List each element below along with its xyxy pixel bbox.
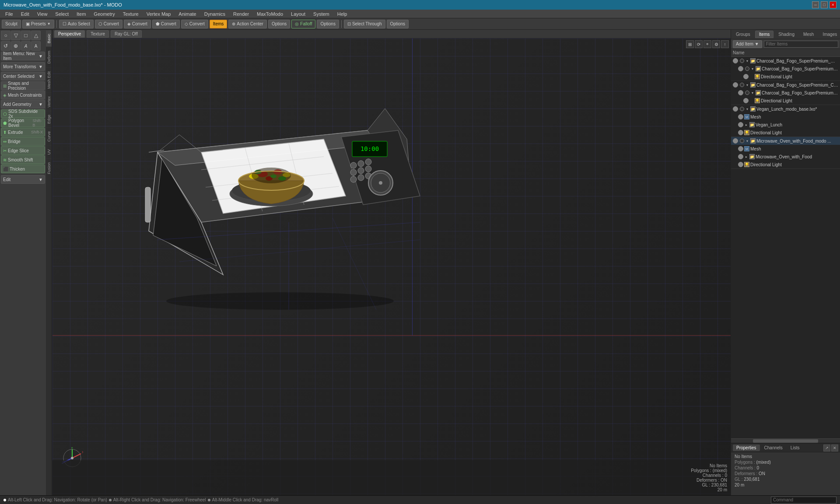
options-btn2[interactable]: Options (317, 20, 339, 28)
tool-text2[interactable]: A (31, 41, 41, 51)
item-directional-1[interactable]: ▸ 💡 Directional Light (731, 73, 840, 80)
item-directional-3[interactable]: 💡 Directional Light (731, 129, 840, 136)
close-button[interactable]: ✕ (830, 1, 836, 8)
menu-maxtomodo[interactable]: MaxToModo (253, 10, 287, 18)
vis-inner-4[interactable] (740, 139, 744, 143)
tool-move[interactable]: ⊕ (11, 41, 21, 51)
menu-vertexmap[interactable]: Vertex Map (143, 10, 175, 18)
item-directional-4[interactable]: 💡 Directional Light (731, 161, 840, 168)
visibility-4b[interactable] (738, 154, 743, 159)
add-geometry-dropdown[interactable]: Add Geometry ▼ (1, 100, 45, 108)
minimize-button[interactable]: ─ (812, 1, 819, 8)
menu-animate[interactable]: Animate (175, 10, 200, 18)
vp-tab-texture[interactable]: Texture (87, 30, 109, 38)
items-list[interactable]: ▾ 📁 Charcoal_Bag_Fogo_SuperPremium_Open … (731, 57, 840, 438)
tool-rect[interactable]: □ (21, 31, 31, 40)
bottom-expand-icon[interactable]: ↗ (823, 444, 830, 452)
tab-channels[interactable]: Channels (761, 444, 786, 451)
vis-inner-2[interactable] (740, 83, 744, 87)
expand-4b[interactable]: ▸ (744, 154, 749, 159)
options-btn1[interactable]: Options (268, 20, 290, 28)
tool-tri-up[interactable]: △ (31, 31, 41, 40)
add-item-button[interactable]: Add Item ▼ (733, 40, 762, 48)
convert-btn4[interactable]: ◇ Convert (181, 20, 208, 28)
expand-4[interactable]: ▾ (745, 139, 749, 143)
vtab-basic[interactable]: Basic (46, 30, 52, 47)
expand-3[interactable]: ▾ (745, 107, 749, 111)
vis-inner-1[interactable] (740, 59, 744, 63)
items-button[interactable]: Items (210, 20, 227, 28)
item-mesh-4[interactable]: M Mesh (731, 145, 840, 153)
vp-tab-raygl[interactable]: Ray GL: Off (111, 30, 142, 38)
extrude-btn[interactable]: ⬆ Extrude Shift-X (1, 128, 45, 136)
menu-layout[interactable]: Layout (287, 10, 309, 18)
menu-edit[interactable]: Edit (18, 10, 33, 18)
item-charcoal-open[interactable]: ▾ 📁 Charcoal_Bag_Fogo_SuperPremium_Open … (731, 57, 840, 65)
item-microwave-sub[interactable]: ▸ 📁 Microwave_Oven_with_Food (731, 153, 840, 161)
visibility-1[interactable] (733, 58, 738, 63)
menu-select[interactable]: Select (52, 10, 72, 18)
item-charcoal-close-sub[interactable]: ▾ 📁 Charcoal_Bag_Fogo_SuperPremium_Clo..… (731, 89, 840, 97)
viewport-canvas[interactable]: 10:00 (52, 38, 731, 495)
vtab-uv[interactable]: UV (46, 145, 52, 158)
presets-button[interactable]: ▣ Presets ▼ (22, 20, 54, 28)
edge-slice-btn[interactable]: ✂ Edge Slice (1, 146, 45, 155)
vp-icon-refresh[interactable]: ⟳ (695, 40, 703, 48)
tab-lists[interactable]: Lists (787, 444, 803, 451)
menu-help[interactable]: Help (334, 10, 351, 18)
convert-btn1[interactable]: ⬡ Convert (95, 20, 122, 28)
select-through-button[interactable]: ⊡ Select Through (344, 20, 385, 28)
smooth-shift-btn[interactable]: ≋ Smooth Shift (1, 155, 45, 164)
menu-render[interactable]: Render (230, 10, 252, 18)
menu-texture[interactable]: Texture (119, 10, 142, 18)
visibility-3[interactable] (733, 106, 738, 112)
item-charcoal-open-sub[interactable]: ▾ 📁 Charcoal_Bag_Fogo_SuperPremium_Op... (731, 65, 840, 73)
tool-tri-down[interactable]: ▽ (11, 31, 21, 40)
falloff-button[interactable]: ◎ Falloff (291, 20, 315, 28)
vis-inner-3[interactable] (740, 107, 744, 111)
tool-text1[interactable]: A (21, 41, 31, 51)
visibility-1a[interactable] (738, 66, 743, 71)
vis-inner-2a[interactable] (745, 91, 749, 95)
menu-dynamics[interactable]: Dynamics (201, 10, 229, 18)
vp-tab-perspective[interactable]: Perspective (54, 30, 85, 38)
menu-system[interactable]: System (310, 10, 333, 18)
snaps-precision-btn[interactable]: ⊞ Snaps and Precision (1, 81, 45, 90)
menu-file[interactable]: File (2, 10, 17, 18)
more-transforms-dropdown[interactable]: More Transforms ▼ (1, 62, 45, 71)
visibility-4c[interactable] (738, 162, 743, 167)
filter-items-input[interactable] (764, 41, 838, 48)
center-selected-dropdown[interactable]: Center Selected ▼ (1, 72, 45, 80)
visibility-3c[interactable] (738, 130, 743, 135)
visibility-1b[interactable] (743, 74, 749, 79)
item-vegan-lunch[interactable]: ▾ 📁 Vegan_Lunch_modo_base.lxo* (731, 105, 840, 113)
vtab-fusion[interactable]: Fusion (46, 158, 52, 178)
vtab-edge[interactable]: Edge (46, 111, 52, 127)
bridge-btn[interactable]: ⇔ Bridge (1, 137, 45, 146)
menu-geometry[interactable]: Geometry (90, 10, 118, 18)
vtab-curve[interactable]: Curve (46, 127, 52, 145)
polygon-bevel-btn[interactable]: ⬟ Polygon Bevel Shift-B (1, 119, 45, 127)
vp-icon-grid[interactable]: ⊞ (686, 40, 694, 48)
menu-view[interactable]: View (34, 10, 51, 18)
vtab-deform[interactable]: Deform (46, 47, 52, 67)
bottom-close-icon[interactable]: ✕ (831, 444, 838, 452)
visibility-2b[interactable] (743, 98, 749, 103)
tool-circle[interactable]: ○ (1, 31, 10, 40)
visibility-2[interactable] (733, 82, 738, 88)
visibility-4[interactable] (733, 138, 738, 144)
vp-icon-expand[interactable]: ↑ (721, 40, 729, 48)
visibility-4a[interactable] (738, 146, 743, 151)
visibility-3a[interactable] (738, 114, 743, 119)
maximize-button[interactable]: □ (821, 1, 828, 8)
tab-images[interactable]: Images (819, 31, 840, 38)
edit-dropdown[interactable]: Edit ▼ (1, 175, 45, 184)
sds-subdivide-btn[interactable]: ⬡ SDS Subdivide 2x (1, 109, 45, 118)
expand-1a[interactable]: ▾ (750, 66, 755, 71)
auto-select-button[interactable]: ☐ Auto Select (59, 20, 94, 28)
tab-groups[interactable]: Groups (732, 31, 754, 38)
tab-mesh[interactable]: Mesh (799, 31, 818, 38)
expand-1[interactable]: ▾ (745, 59, 749, 63)
vis-inner-1a[interactable] (745, 66, 749, 71)
tab-shading[interactable]: Shading (774, 31, 798, 38)
